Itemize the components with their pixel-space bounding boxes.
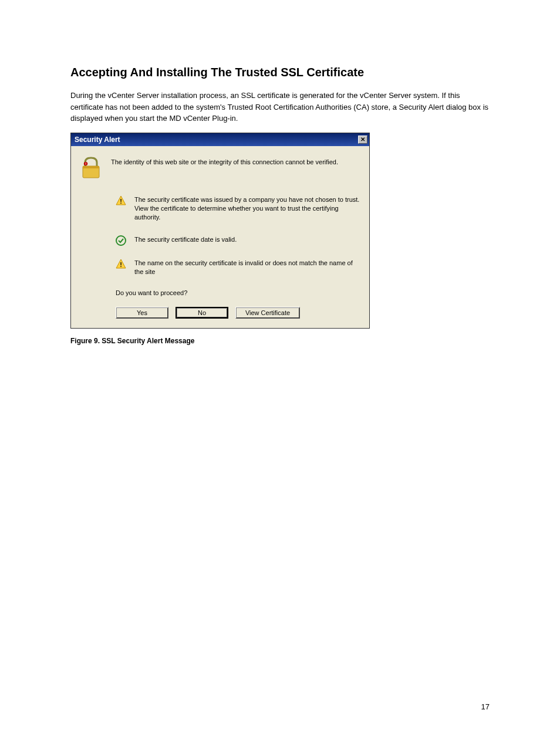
dialog-title: Security Alert: [75, 136, 120, 144]
dialog-titlebar: Security Alert ✕: [71, 133, 369, 146]
list-item: ! The security certificate was issued by…: [116, 195, 360, 222]
bullet-text: The name on the security certificate is …: [134, 259, 360, 277]
svg-rect-1: [83, 166, 99, 168]
svg-text:!: !: [120, 261, 122, 268]
list-item: ! The name on the security certificate i…: [116, 259, 360, 277]
svg-text:!: !: [120, 198, 122, 205]
close-icon[interactable]: ✕: [358, 136, 367, 144]
lock-warning-icon: !: [80, 155, 102, 180]
no-button[interactable]: No: [176, 307, 228, 319]
figure-caption: Figure 9. SSL Security Alert Message: [70, 337, 490, 345]
bullet-list: ! The security certificate was issued by…: [116, 195, 360, 277]
bullet-text: The security certificate date is valid.: [134, 235, 237, 244]
section-heading: Accepting And Installing The Trusted SSL…: [70, 66, 490, 79]
dialog-intro-text: The identity of this web site or the int…: [111, 155, 338, 167]
dialog-body: ! The identity of this web site or the i…: [71, 146, 369, 329]
check-icon: [116, 235, 126, 246]
page-number: 17: [481, 702, 490, 711]
warning-icon: !: [116, 195, 126, 206]
security-alert-dialog: Security Alert ✕ ! The identity of this …: [70, 133, 370, 329]
warning-icon: !: [116, 259, 126, 269]
yes-button[interactable]: Yes: [116, 307, 168, 319]
intro-row: ! The identity of this web site or the i…: [80, 155, 360, 180]
bullet-text: The security certificate was issued by a…: [134, 195, 360, 222]
button-row: Yes No View Certificate: [116, 307, 360, 319]
view-certificate-button[interactable]: View Certificate: [235, 307, 300, 319]
intro-paragraph: During the vCenter Server installation p…: [70, 90, 490, 124]
svg-point-5: [116, 236, 126, 245]
proceed-prompt: Do you want to proceed?: [116, 289, 360, 296]
list-item: The security certificate date is valid.: [116, 235, 360, 246]
